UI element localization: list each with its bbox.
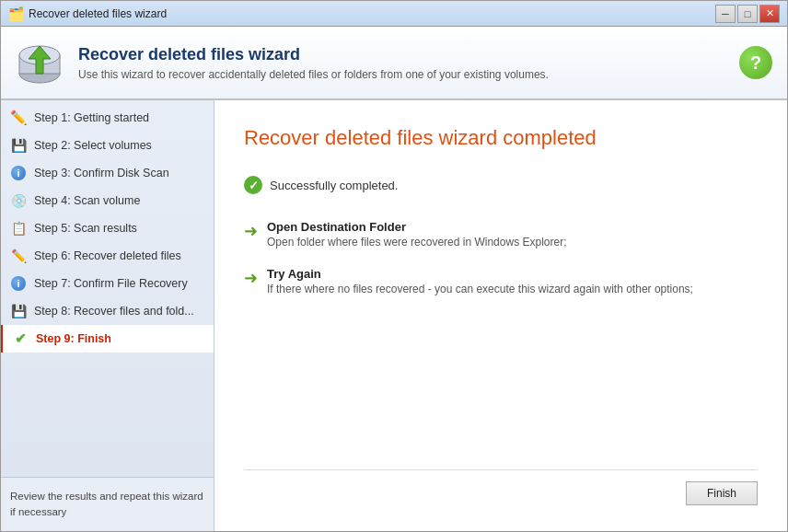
- minimize-button[interactable]: ─: [715, 5, 736, 23]
- content-footer: Finish: [244, 469, 758, 505]
- step1-icon: ✏️: [10, 110, 27, 126]
- step7-label: Step 7: Confirm File Recovery: [34, 277, 188, 290]
- sidebar-step-5[interactable]: 📋 Step 5: Scan results: [1, 214, 214, 242]
- sidebar-step-9[interactable]: ✔ Step 9: Finish: [1, 325, 214, 353]
- header-title: Recover deleted files wizard: [78, 45, 724, 64]
- action-content-1: Open Destination Folder Open folder wher…: [267, 220, 566, 249]
- step9-label: Step 9: Finish: [36, 332, 111, 345]
- results-icon: 📋: [11, 221, 27, 236]
- step4-label: Step 4: Scan volume: [34, 194, 140, 207]
- finish-button[interactable]: Finish: [686, 481, 758, 505]
- step6-label: Step 6: Recover deleted files: [34, 249, 181, 262]
- info-icon-3: i: [11, 166, 26, 180]
- step8-icon: 💾: [10, 303, 27, 319]
- content-title: Recover deleted files wizard completed: [244, 126, 758, 150]
- status-check-icon: ✓: [244, 176, 262, 194]
- action-arrow-1: ➜: [244, 221, 258, 241]
- check-icon: ✔: [15, 330, 27, 347]
- sidebar-step-4[interactable]: 💿 Step 4: Scan volume: [1, 187, 214, 214]
- titlebar-app-icon: 🗂️: [8, 6, 24, 21]
- action-arrow-2: ➜: [244, 268, 258, 288]
- step8-label: Step 8: Recover files and fold...: [34, 305, 194, 318]
- titlebar-title: Recover deleted files wizard: [29, 7, 715, 20]
- main-area: ✏️ Step 1: Getting started 💾 Step 2: Sel…: [1, 100, 787, 531]
- maximize-button[interactable]: □: [737, 5, 758, 23]
- step9-icon: ✔: [12, 330, 29, 347]
- action-try-again[interactable]: ➜ Try Again If there where no files reco…: [244, 267, 758, 295]
- status-row: ✓ Successfully completed.: [244, 176, 758, 194]
- sidebar-step-1[interactable]: ✏️ Step 1: Getting started: [1, 104, 214, 132]
- app-logo: [16, 39, 64, 87]
- help-button[interactable]: ?: [739, 46, 772, 79]
- titlebar-controls: ─ □ ✕: [715, 5, 780, 23]
- step2-label: Step 2: Select volumes: [34, 139, 152, 152]
- action-desc-1: Open folder where files were recovered i…: [267, 236, 566, 249]
- step3-icon: i: [10, 165, 27, 181]
- sidebar-step-7[interactable]: i Step 7: Confirm File Recovery: [1, 270, 214, 297]
- sidebar-steps: ✏️ Step 1: Getting started 💾 Step 2: Sel…: [1, 100, 214, 477]
- sidebar-step-2[interactable]: 💾 Step 2: Select volumes: [1, 132, 214, 159]
- close-button[interactable]: ✕: [759, 5, 780, 23]
- step1-label: Step 1: Getting started: [34, 111, 149, 124]
- sidebar-step-8[interactable]: 💾 Step 8: Recover files and fold...: [1, 297, 214, 325]
- sidebar-description: Review the results and repeat this wizar…: [1, 477, 214, 532]
- step7-icon: i: [10, 275, 27, 292]
- action-content-2: Try Again If there where no files recove…: [267, 267, 693, 295]
- step6-icon: ✏️: [10, 248, 27, 264]
- header-subtitle: Use this wizard to recover accidentally …: [78, 68, 724, 81]
- info-icon-7: i: [11, 276, 26, 291]
- header-text: Recover deleted files wizard Use this wi…: [78, 45, 724, 81]
- sidebar-step-6[interactable]: ✏️ Step 6: Recover deleted files: [1, 242, 214, 270]
- action-desc-2: If there where no files recovered - you …: [267, 283, 693, 295]
- volumes-icon: 💾: [11, 138, 27, 153]
- recover-files-icon: 💾: [11, 304, 27, 318]
- status-text: Successfully completed.: [270, 179, 398, 192]
- step2-icon: 💾: [10, 137, 27, 154]
- action-title-1: Open Destination Folder: [267, 220, 566, 234]
- step5-label: Step 5: Scan results: [34, 222, 137, 235]
- sidebar-step-3[interactable]: i Step 3: Confirm Disk Scan: [1, 159, 214, 187]
- step3-label: Step 3: Confirm Disk Scan: [34, 167, 169, 179]
- step5-icon: 📋: [10, 220, 27, 237]
- action-title-2: Try Again: [267, 267, 693, 281]
- header-banner: Recover deleted files wizard Use this wi…: [1, 27, 787, 100]
- scan-icon: 💿: [11, 193, 27, 208]
- titlebar: 🗂️ Recover deleted files wizard ─ □ ✕: [1, 1, 787, 27]
- pencil-icon: ✏️: [10, 110, 28, 126]
- step4-icon: 💿: [10, 192, 27, 209]
- sidebar: ✏️ Step 1: Getting started 💾 Step 2: Sel…: [1, 100, 214, 531]
- wizard-window: 🗂️ Recover deleted files wizard ─ □ ✕ Re…: [0, 0, 788, 532]
- action-open-folder[interactable]: ➜ Open Destination Folder Open folder wh…: [244, 220, 758, 249]
- content-area: Recover deleted files wizard completed ✓…: [214, 100, 787, 531]
- recover-icon: ✏️: [11, 249, 27, 263]
